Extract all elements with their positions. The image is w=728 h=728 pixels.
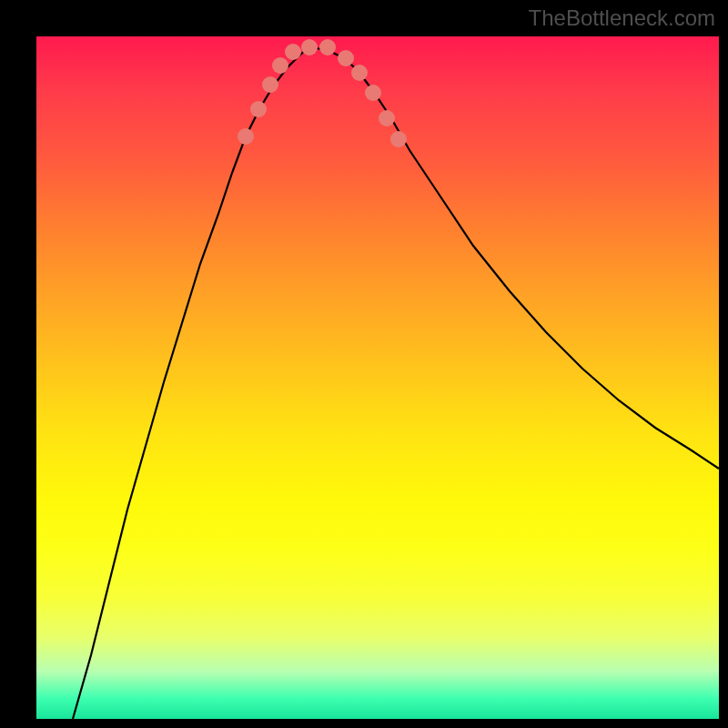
- marker-dot: [365, 85, 381, 101]
- curve-right-curve: [309, 47, 719, 469]
- marker-dot: [238, 128, 254, 145]
- marker-dot: [250, 101, 267, 117]
- plot-area: [36, 36, 719, 719]
- curve-left-curve: [73, 47, 309, 719]
- marker-dot: [351, 65, 368, 81]
- marker-dot: [379, 110, 395, 126]
- watermark-text: TheBottleneck.com: [529, 5, 715, 31]
- chart-container: TheBottleneck.com: [0, 0, 728, 728]
- curves-svg: [36, 36, 719, 719]
- marker-dot: [301, 39, 318, 56]
- marker-dot: [338, 50, 354, 66]
- marker-dot: [319, 39, 336, 56]
- marker-dot: [390, 131, 407, 147]
- marker-dot: [262, 76, 278, 93]
- marker-dot: [285, 44, 301, 60]
- marker-dot: [272, 57, 288, 74]
